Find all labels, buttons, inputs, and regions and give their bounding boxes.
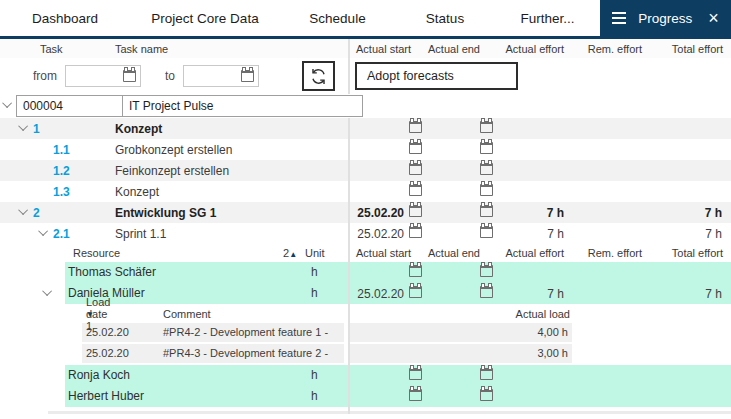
calendar-icon[interactable]: [409, 142, 422, 154]
load-comment-value: #PR4-3 - Development feature 2 -: [163, 344, 344, 363]
calendar-icon[interactable]: [409, 389, 422, 401]
calendar-icon[interactable]: [480, 265, 493, 277]
calendar-icon[interactable]: [480, 205, 493, 217]
tab-dashboard[interactable]: Dashboard: [0, 0, 130, 36]
col-resource[interactable]: Resource: [73, 247, 120, 259]
total-effort-value: 7 h: [644, 206, 730, 220]
tab-bar: Dashboard Project Core Data Schedule Sta…: [0, 0, 731, 36]
chevron-down-icon[interactable]: [20, 124, 30, 134]
from-date-input[interactable]: [66, 66, 121, 86]
col-total-effort: Total effort: [646, 247, 731, 259]
calendar-icon[interactable]: [480, 163, 493, 175]
actual-start-value: 25.02.20: [348, 206, 406, 220]
chevron-down-icon[interactable]: [40, 229, 50, 239]
resource-unit: h: [303, 283, 348, 304]
col-actual-start: Actual start: [348, 247, 426, 259]
load-comment-value: #PR4-2 - Development feature 1 -: [163, 323, 344, 342]
calendar-icon[interactable]: [409, 286, 422, 298]
resource-name: Herbert Huber: [65, 386, 303, 407]
calendar-icon[interactable]: [409, 121, 422, 133]
table-row[interactable]: 2.1 Sprint 1.1 25.02.20 7 h 7 h: [0, 223, 731, 244]
to-date-field[interactable]: [183, 65, 259, 87]
col-unit[interactable]: Unit: [305, 247, 325, 259]
calendar-icon[interactable]: [409, 265, 422, 277]
table-row[interactable]: 1.2 Feinkonzept erstellen: [0, 160, 731, 181]
col-actual-effort: Actual effort: [492, 43, 568, 55]
task-number: 1.3: [53, 185, 70, 199]
table-row[interactable]: 1.3 Konzept: [0, 181, 731, 202]
actual-effort-value: 7 h: [494, 206, 564, 220]
calendar-icon[interactable]: [409, 368, 422, 380]
col-comment[interactable]: Comment: [163, 308, 211, 320]
resource-row[interactable]: Herbert Huber h: [0, 386, 731, 407]
tab-further[interactable]: Further...: [495, 0, 600, 36]
actual-load-value: 4,00 h: [349, 323, 572, 342]
adopt-forecasts-button[interactable]: Adopt forecasts: [355, 62, 518, 90]
refresh-button[interactable]: [302, 61, 335, 91]
tab-status[interactable]: Status: [395, 0, 495, 36]
task-number: 1: [33, 122, 40, 136]
sort-desc-icon: ▼: [86, 309, 94, 318]
tab-project-core-data[interactable]: Project Core Data: [130, 0, 280, 36]
col-total-effort: Total effort: [646, 43, 731, 55]
to-date-input[interactable]: [184, 66, 239, 86]
from-date-field[interactable]: [65, 65, 141, 87]
bottom-scrollbar-track[interactable]: [48, 411, 731, 414]
from-label: from: [33, 69, 57, 83]
calendar-icon[interactable]: [409, 184, 422, 196]
resource-unit: h: [303, 262, 348, 283]
chevron-down-icon[interactable]: [20, 208, 30, 218]
table-row[interactable]: 1 Konzept: [0, 118, 731, 139]
table-row[interactable]: 1.1 Grobkonzept erstellen: [0, 139, 731, 160]
sort-indicator[interactable]: 2▲: [283, 247, 297, 259]
resource-row[interactable]: Thomas Schäfer h: [0, 262, 731, 283]
task-name: Konzept: [115, 122, 162, 136]
load-row[interactable]: 25.02.20 #PR4-3 - Development feature 2 …: [0, 344, 731, 365]
resource-unit: h: [303, 386, 348, 407]
task-number: 1.2: [53, 164, 70, 178]
task-table: 1 Konzept 1.1 Grobkonzept erstellen: [0, 118, 731, 244]
table-row[interactable]: 2 Entwicklung SG 1 25.02.20 7 h 7 h: [0, 202, 731, 223]
project-name[interactable]: IT Project Pulse: [123, 96, 362, 116]
calendar-icon[interactable]: [241, 70, 254, 82]
task-name: Entwicklung SG 1: [115, 206, 216, 220]
task-name: Feinkonzept erstellen: [115, 164, 229, 178]
calendar-icon[interactable]: [123, 70, 136, 82]
task-number: 2: [33, 206, 40, 220]
menu-icon[interactable]: [612, 12, 626, 24]
tab-progress-active[interactable]: Progress ×: [600, 0, 731, 36]
calendar-icon[interactable]: [480, 184, 493, 196]
calendar-icon[interactable]: [480, 389, 493, 401]
col-rem-effort: Rem. effort: [568, 247, 646, 259]
task-number: 2.1: [53, 227, 70, 241]
calendar-icon[interactable]: [480, 142, 493, 154]
task-name: Grobkonzept erstellen: [115, 143, 232, 157]
filter-row: from to Adopt forecasts: [0, 58, 731, 94]
chevron-down-icon[interactable]: [4, 101, 14, 111]
project-row[interactable]: 000004 IT Project Pulse: [0, 94, 731, 118]
col-actual-end: Actual end: [426, 43, 492, 55]
col-actual-load[interactable]: Actual load: [349, 308, 572, 320]
close-icon[interactable]: ×: [708, 9, 719, 27]
sort-asc-icon: ▲: [289, 250, 297, 259]
col-task-name: Task name: [115, 43, 168, 55]
project-box[interactable]: 000004 IT Project Pulse: [16, 95, 363, 117]
calendar-icon[interactable]: [409, 205, 422, 217]
calendar-icon[interactable]: [480, 368, 493, 380]
calendar-icon[interactable]: [480, 121, 493, 133]
task-name: Konzept: [115, 185, 159, 199]
chevron-down-icon[interactable]: [44, 289, 54, 299]
tab-schedule[interactable]: Schedule: [280, 0, 395, 36]
calendar-icon[interactable]: [480, 286, 493, 298]
actual-load-value: 3,00 h: [349, 344, 572, 363]
calendar-icon[interactable]: [409, 226, 422, 238]
calendar-icon[interactable]: [409, 163, 422, 175]
resource-header-row: Resource 2▲ Unit Actual start Actual end…: [0, 244, 731, 262]
progress-window: Dashboard Project Core Data Schedule Sta…: [0, 0, 731, 419]
task-name: Sprint 1.1: [115, 227, 166, 241]
actual-start-value: 25.02.20: [348, 287, 406, 301]
resource-row[interactable]: Ronja Koch h: [0, 365, 731, 386]
project-id[interactable]: 000004: [17, 96, 123, 116]
resource-name: Thomas Schäfer: [65, 262, 303, 283]
calendar-icon[interactable]: [480, 226, 493, 238]
